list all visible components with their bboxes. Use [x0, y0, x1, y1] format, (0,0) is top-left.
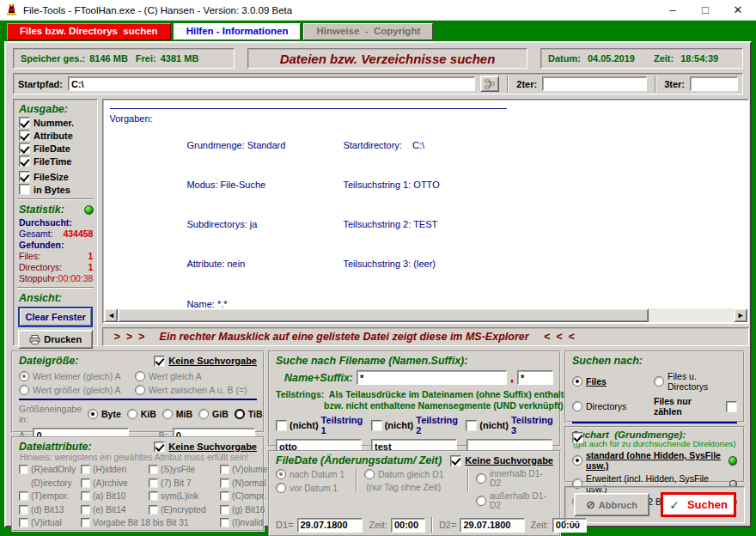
filesize-keine-suchvorgabe[interactable]: Keine Suchvorgabe	[154, 356, 257, 367]
checkbox[interactable]	[154, 356, 165, 367]
tab-hilfen-informationen[interactable]: Hilfen - Informationen	[174, 23, 302, 40]
radio[interactable]	[88, 409, 98, 419]
startpfad-label: Startpfad:	[18, 79, 63, 89]
startpfad-input[interactable]	[68, 76, 475, 91]
radio-files-directorys[interactable]: Files u. Directorys	[654, 371, 737, 392]
d2-label: D2=	[439, 520, 457, 530]
checkbox[interactable]	[19, 130, 30, 141]
checkbox[interactable]	[154, 442, 165, 453]
checkbox[interactable]	[19, 184, 30, 195]
vorgaben-label: Vorgaben:	[109, 113, 186, 324]
checkbox[interactable]	[19, 143, 30, 154]
browse-folder-button[interactable]	[480, 76, 499, 92]
checkbox[interactable]	[276, 420, 287, 431]
radio-standard[interactable]: standard (ohne Hidden, SysFile usw.)	[572, 450, 737, 471]
radio[interactable]	[572, 401, 582, 411]
radio-kib[interactable]: KiB	[127, 409, 156, 419]
free-value: 4381 MB	[161, 53, 199, 64]
filename-title: Suche nach Filename (Namen.Suffix):	[276, 355, 553, 367]
teilstring-3-checkbox[interactable]: (nicht)Teilstring 3	[466, 415, 553, 436]
minimize-button[interactable]: –	[656, 1, 689, 20]
unit-label: Größeneingabe in:	[19, 404, 82, 424]
tab-files-suchen[interactable]: Files bzw. Directorys suchen	[7, 23, 171, 40]
radio[interactable]	[572, 376, 582, 387]
checkbox-nummer[interactable]: Nummer.	[19, 117, 94, 128]
checkbox-label: Nummer.	[34, 118, 74, 128]
radio	[19, 385, 29, 395]
scroll-left-icon[interactable]: ◄	[104, 308, 118, 322]
separator-line	[110, 108, 507, 109]
checkbox[interactable]	[19, 155, 30, 167]
abbruch-button: ⊘ Abbruch	[574, 493, 649, 516]
checkbox-filedate[interactable]: FileDate	[19, 143, 94, 154]
radio[interactable]	[162, 409, 173, 419]
scroll-right-icon[interactable]: ►	[734, 308, 747, 322]
divider	[572, 422, 737, 423]
nur-tag-hint: (nur Tag ohne Zeit)	[364, 483, 460, 492]
radio[interactable]	[235, 409, 245, 419]
third-path-input[interactable]	[690, 76, 738, 91]
directorys-value: 1	[88, 262, 94, 272]
checkbox[interactable]	[371, 420, 382, 431]
suchen-button[interactable]: ✓ Suchen	[661, 492, 736, 517]
checkbox-attribute[interactable]: Attribute	[19, 130, 94, 141]
teilstring-2-checkbox[interactable]: (nicht)Teilstring 2	[371, 415, 459, 436]
radio[interactable]	[127, 409, 137, 419]
d2-input[interactable]	[460, 518, 525, 533]
checkbox-filesize[interactable]: FileSize	[19, 171, 94, 182]
radio-byte[interactable]: Byte	[88, 409, 121, 419]
radio-directorys[interactable]: Directorys	[572, 396, 654, 417]
teilstring-1-checkbox[interactable]: (nicht)Teilstring 1	[276, 415, 363, 436]
scrollbar-thumb[interactable]	[118, 308, 649, 322]
suchart-panel: Suchart (Grundmenge): (gilt auch für zu …	[564, 426, 745, 483]
checkbox[interactable]	[19, 171, 30, 182]
vorgaben-settings: Grundmenge: Standard Modus: File-Suche S…	[186, 113, 343, 324]
radio[interactable]	[198, 409, 209, 419]
checkbox-invalid: (I)nvalid	[220, 518, 267, 527]
second-path-input[interactable]	[542, 76, 647, 91]
radio-tib[interactable]: TiB	[235, 409, 263, 419]
horizontal-scrollbar[interactable]: ◄ ►	[104, 308, 747, 322]
radio[interactable]	[654, 376, 664, 387]
d1-input[interactable]	[297, 518, 363, 533]
checkbox[interactable]	[19, 117, 30, 128]
name-input[interactable]	[357, 370, 507, 385]
checkbox-in-bytes[interactable]: in Bytes	[19, 184, 94, 195]
status-led-icon	[84, 205, 94, 215]
close-button[interactable]: ✕	[722, 1, 754, 20]
radio-files[interactable]: Files	[572, 371, 654, 392]
radio[interactable]	[572, 455, 582, 466]
checkbox[interactable]	[726, 401, 737, 412]
third-path-label: 3ter:	[664, 79, 685, 89]
checkbox[interactable]	[450, 455, 461, 466]
checkbox	[149, 505, 158, 515]
radio	[364, 469, 375, 479]
radio	[19, 371, 29, 381]
checkbox	[220, 478, 229, 488]
zeit1-input[interactable]	[391, 518, 425, 533]
checkbox-symlink: sym(L)ink	[149, 491, 220, 501]
checkbox	[149, 465, 158, 474]
maximize-button[interactable]: □	[689, 1, 722, 20]
checkbox-filetime[interactable]: FileTime	[19, 155, 94, 167]
suffix-input[interactable]	[517, 370, 553, 385]
clear-fenster-button[interactable]: Clear Fenster	[18, 307, 93, 327]
cancel-icon: ⊘	[586, 498, 595, 511]
time-value: 18:54:39	[680, 53, 718, 64]
radio	[476, 496, 486, 506]
checkbox[interactable]	[572, 432, 583, 443]
durchsucht-label: Durchsucht:	[19, 217, 93, 228]
checkbox-label: in Bytes	[34, 185, 70, 195]
page-title: Dateien bzw. Verzeichnisse suchen	[247, 48, 527, 69]
filedate-keine-suchvorgabe[interactable]: Keine Suchvorgabe	[450, 455, 553, 466]
filedate-title: FileDate (Änderungsdatum/ Zeit)	[276, 454, 442, 466]
radio	[276, 483, 286, 493]
action-bar: ⊘ Abbruch ✓ Suchen	[564, 486, 745, 523]
drucken-button[interactable]: Drucken	[18, 330, 93, 349]
files-nur-zaehlen[interactable]: Files nur zählen	[654, 396, 737, 417]
radio-mib[interactable]: MiB	[162, 409, 192, 419]
radio-gib[interactable]: GiB	[198, 409, 229, 419]
attributes-keine-suchvorgabe[interactable]: Keine Suchvorgabe	[154, 442, 257, 453]
tab-hinweise-copyright[interactable]: Hinweise - Copyright	[303, 23, 433, 40]
checkbox[interactable]	[466, 420, 477, 431]
